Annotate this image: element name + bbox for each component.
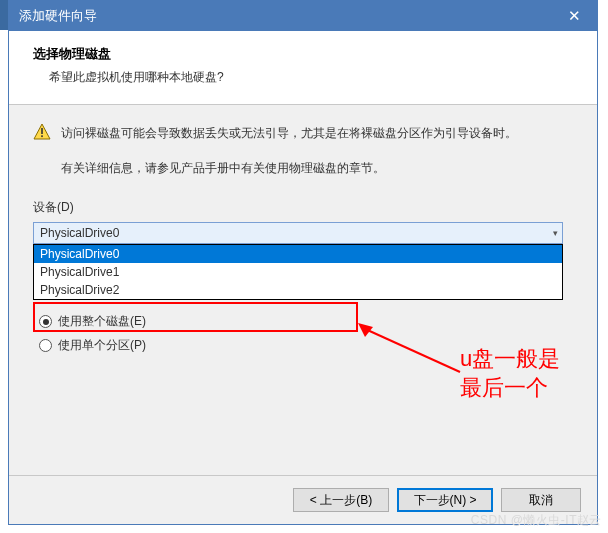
device-label: 设备(D) (33, 199, 573, 216)
warning-icon (33, 123, 51, 141)
combo-dropdown-list: PhysicalDrive0 PhysicalDrive1 PhysicalDr… (33, 244, 563, 300)
close-button[interactable]: ✕ (552, 1, 597, 31)
combo-option-label: PhysicalDrive1 (40, 265, 119, 279)
cancel-button[interactable]: 取消 (501, 488, 581, 512)
button-label: 下一步(N) > (414, 492, 477, 509)
button-label: < 上一步(B) (310, 492, 372, 509)
button-label: 取消 (529, 492, 553, 509)
radio-use-entire-disk[interactable]: 使用整个磁盘(E) (39, 310, 573, 334)
usage-radio-group: 使用整个磁盘(E) 使用单个分区(P) (39, 310, 573, 358)
left-window-stub (0, 0, 8, 30)
combo-option-label: PhysicalDrive0 (40, 247, 119, 261)
footer-buttons: < 上一步(B) 下一步(N) > 取消 (9, 475, 597, 524)
svg-rect-2 (41, 135, 43, 137)
info-text: 有关详细信息，请参见产品手册中有关使用物理磁盘的章节。 (61, 159, 573, 178)
body-panel: 访问裸磁盘可能会导致数据丢失或无法引导，尤其是在将裸磁盘分区作为引导设备时。 有… (9, 105, 597, 475)
wizard-window: 添加硬件向导 ✕ 选择物理磁盘 希望此虚拟机使用哪种本地硬盘? 访问裸磁盘可能会… (8, 0, 598, 525)
header-panel: 选择物理磁盘 希望此虚拟机使用哪种本地硬盘? (9, 31, 597, 105)
chevron-down-icon: ▾ (553, 228, 558, 238)
radio-icon (39, 339, 52, 352)
titlebar: 添加硬件向导 ✕ (9, 1, 597, 31)
window-title: 添加硬件向导 (19, 7, 552, 25)
back-button[interactable]: < 上一步(B) (293, 488, 389, 512)
radio-icon (39, 315, 52, 328)
close-icon: ✕ (568, 7, 581, 25)
warning-row: 访问裸磁盘可能会导致数据丢失或无法引导，尤其是在将裸磁盘分区作为引导设备时。 (33, 123, 573, 143)
next-button[interactable]: 下一步(N) > (397, 488, 493, 512)
combo-option-0[interactable]: PhysicalDrive0 (34, 245, 562, 263)
combo-option-1[interactable]: PhysicalDrive1 (34, 263, 562, 281)
combo-display[interactable]: PhysicalDrive0 ▾ (33, 222, 563, 244)
svg-rect-1 (41, 128, 43, 134)
warning-text: 访问裸磁盘可能会导致数据丢失或无法引导，尤其是在将裸磁盘分区作为引导设备时。 (61, 123, 517, 143)
combo-option-label: PhysicalDrive2 (40, 283, 119, 297)
page-title: 选择物理磁盘 (33, 45, 573, 63)
radio-label: 使用单个分区(P) (58, 337, 146, 354)
device-combo[interactable]: PhysicalDrive0 ▾ PhysicalDrive0 Physical… (33, 222, 563, 244)
radio-use-single-partition[interactable]: 使用单个分区(P) (39, 334, 573, 358)
page-subtitle: 希望此虚拟机使用哪种本地硬盘? (33, 69, 573, 86)
combo-option-2[interactable]: PhysicalDrive2 (34, 281, 562, 299)
radio-label: 使用整个磁盘(E) (58, 313, 146, 330)
combo-selected-text: PhysicalDrive0 (40, 226, 119, 240)
